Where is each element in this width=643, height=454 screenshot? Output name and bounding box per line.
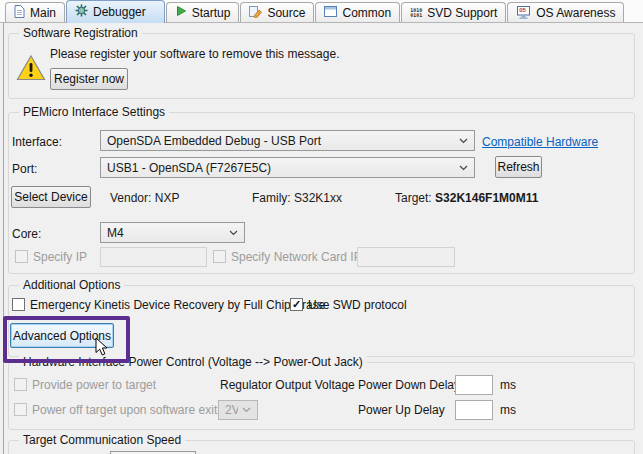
core-label: Core: xyxy=(12,227,41,241)
group-title: Software Registration xyxy=(19,26,142,40)
compatible-hardware-link[interactable]: Compatible Hardware xyxy=(482,135,598,149)
port-label: Port: xyxy=(12,162,37,176)
tab-startup[interactable]: Startup xyxy=(166,2,240,22)
registration-message: Please register your software to remove … xyxy=(50,47,339,61)
use-swd-checkbox[interactable]: ✓ xyxy=(290,298,303,311)
emergency-recovery-checkbox[interactable] xyxy=(12,298,25,311)
play-icon xyxy=(175,5,187,20)
chevron-down-icon xyxy=(459,165,468,171)
chevron-down-icon xyxy=(242,407,251,413)
os-badge: 05 xyxy=(519,7,526,13)
warning-icon xyxy=(16,54,46,85)
voltage-value: 2V xyxy=(225,403,238,417)
tab-bar: Main Debugger Startup Source Common 1010… xyxy=(0,0,643,23)
vendor-info: Vendor: NXP xyxy=(110,191,179,205)
ms-unit-label: ms xyxy=(500,378,516,392)
group-title: PEMicro Interface Settings xyxy=(19,105,169,119)
power-down-delay-label: Power Down Delay xyxy=(358,378,460,392)
specify-ip-input[interactable] xyxy=(100,247,207,267)
family-value: S32K1xx xyxy=(294,191,342,205)
voltage-dropdown[interactable]: 2V xyxy=(218,400,258,420)
document-icon xyxy=(14,5,25,21)
tab-os-awareness[interactable]: 05 OS Awareness xyxy=(507,2,624,22)
provide-power-checkbox[interactable] xyxy=(14,378,27,391)
source-icon xyxy=(249,5,262,21)
tab-common[interactable]: Common xyxy=(315,2,400,22)
interface-value: OpenSDA Embedded Debug - USB Port xyxy=(107,134,455,148)
tab-svd-support[interactable]: 10100101 SVD Support xyxy=(401,2,506,22)
target-info: Target: S32K146F1M0M11 xyxy=(395,191,538,205)
tab-main[interactable]: Main xyxy=(5,2,65,22)
mouse-cursor xyxy=(95,337,108,359)
vendor-value: NXP xyxy=(155,191,180,205)
specify-network-input[interactable] xyxy=(357,247,455,267)
monitor-icon: 05 xyxy=(516,6,531,19)
tab-label: Startup xyxy=(192,6,231,20)
binary-icon: 10100101 xyxy=(410,8,422,17)
tab-label: SVD Support xyxy=(427,6,497,20)
port-dropdown[interactable]: USB1 - OpenSDA (F7267E5C) xyxy=(100,157,475,178)
tab-label: Source xyxy=(267,6,305,20)
core-dropdown[interactable]: M4 xyxy=(100,222,245,243)
tab-debugger[interactable]: Debugger xyxy=(66,0,165,23)
specify-ip-label: Specify IP xyxy=(33,250,87,264)
target-value: S32K146F1M0M11 xyxy=(435,191,538,205)
group-title: Additional Options xyxy=(19,278,124,292)
emergency-recovery-label: Emergency Kinetis Device Recovery by Ful… xyxy=(30,298,325,312)
power-control-group: Hardware Interface Power Control (Voltag… xyxy=(8,362,635,430)
tab-label: Common xyxy=(342,6,391,20)
check-icon: ✓ xyxy=(292,299,301,310)
tab-label: Debugger xyxy=(93,5,146,19)
use-swd-label: Use SWD protocol xyxy=(308,298,407,312)
specify-network-checkbox[interactable] xyxy=(213,250,226,263)
power-up-delay-label: Power Up Delay xyxy=(358,403,445,417)
tab-label: OS Awareness xyxy=(536,6,615,20)
tab-source[interactable]: Source xyxy=(240,2,314,22)
power-up-delay-input[interactable] xyxy=(455,400,493,420)
regulator-voltage-label: Regulator Output Voltage xyxy=(220,378,355,392)
target-label: Target: xyxy=(395,191,432,205)
family-label: Family: xyxy=(252,191,291,205)
power-off-checkbox[interactable] xyxy=(14,403,27,416)
debug-icon xyxy=(75,4,88,20)
chevron-down-icon xyxy=(229,230,238,236)
refresh-button[interactable]: Refresh xyxy=(495,156,542,178)
window-icon xyxy=(324,6,337,20)
group-title: Target Communication Speed xyxy=(19,433,185,447)
interface-dropdown[interactable]: OpenSDA Embedded Debug - USB Port xyxy=(100,130,475,151)
specify-ip-checkbox[interactable] xyxy=(15,250,28,263)
interface-label: Interface: xyxy=(12,135,62,149)
register-now-button[interactable]: Register now xyxy=(50,68,128,90)
power-off-label: Power off target upon software exit xyxy=(32,403,217,417)
specify-network-label: Specify Network Card IP xyxy=(231,250,362,264)
port-value: USB1 - OpenSDA (F7267E5C) xyxy=(107,161,455,175)
left-panel-border xyxy=(3,23,4,454)
tab-label: Main xyxy=(30,6,56,20)
target-speed-group: Target Communication Speed xyxy=(8,440,635,454)
vendor-label: Vendor: xyxy=(110,191,151,205)
ms-unit-label: ms xyxy=(500,403,516,417)
power-down-delay-input[interactable] xyxy=(455,375,493,395)
chevron-down-icon xyxy=(459,138,468,144)
provide-power-label: Provide power to target xyxy=(32,378,156,392)
core-value: M4 xyxy=(107,226,225,240)
highlight-annotation xyxy=(3,316,130,363)
debug-configuration-panel: Main Debugger Startup Source Common 1010… xyxy=(0,0,643,454)
select-device-button[interactable]: Select Device xyxy=(11,186,91,208)
family-info: Family: S32K1xx xyxy=(252,191,342,205)
